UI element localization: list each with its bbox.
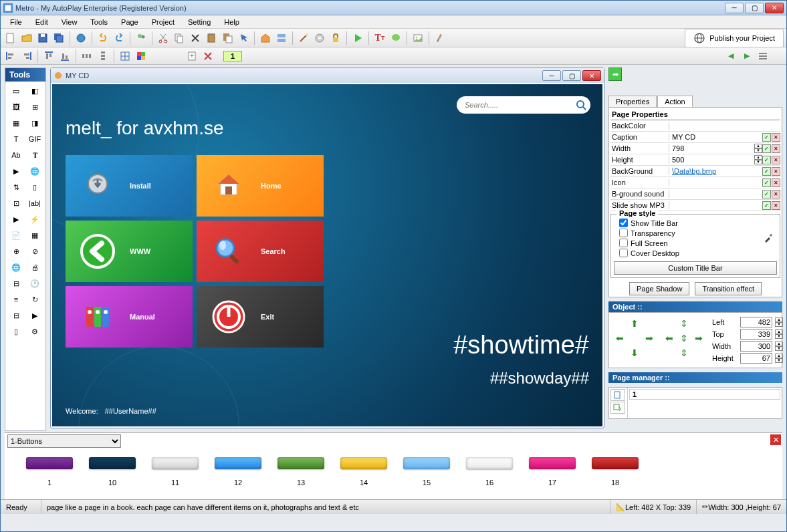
maximize-button[interactable]: ▢ bbox=[745, 3, 764, 13]
paste-special-icon[interactable] bbox=[220, 31, 235, 45]
tool-item-13[interactable]: ▯ bbox=[26, 180, 43, 194]
users-icon[interactable] bbox=[134, 31, 148, 45]
obj-top-input[interactable] bbox=[740, 329, 772, 340]
minimize-button[interactable]: ─ bbox=[725, 3, 744, 13]
tool-item-7[interactable]: GIF bbox=[26, 132, 43, 146]
tool-item-11[interactable]: 🌐 bbox=[26, 164, 43, 178]
check-cover-desktop[interactable]: Cover Desktop bbox=[619, 249, 777, 257]
resize-h-right-icon[interactable]: ➡ bbox=[692, 331, 705, 345]
align-right-icon[interactable] bbox=[19, 49, 34, 63]
inner-minimize-button[interactable]: ─ bbox=[542, 70, 561, 81]
nudge-up-icon[interactable]: ⬆ bbox=[628, 317, 641, 330]
prop-row-caption[interactable]: CaptionMY CD✓✕ bbox=[610, 132, 780, 143]
menu-help[interactable]: Help bbox=[219, 17, 245, 27]
prop-row-b-ground-sound[interactable]: B-ground sound✓✕ bbox=[610, 188, 780, 200]
cut-icon[interactable] bbox=[156, 31, 171, 45]
tool-item-17[interactable]: ⚡ bbox=[26, 212, 43, 227]
resize-all-icon[interactable]: ⇕ bbox=[677, 331, 691, 345]
check-show-title-bar[interactable]: Show Title Bar bbox=[619, 219, 777, 227]
tool-item-0[interactable]: ▭ bbox=[7, 84, 25, 98]
menu-page[interactable]: Page bbox=[116, 17, 144, 27]
dist-h-icon[interactable] bbox=[80, 49, 94, 63]
page-canvas[interactable]: melt_ for avxhm.se InstallHomeWWWSearchM… bbox=[52, 84, 602, 426]
gallery-item-16[interactable]: 16 bbox=[458, 457, 521, 487]
menu-project[interactable]: Project bbox=[146, 17, 180, 27]
tool-item-19[interactable]: ▦ bbox=[26, 228, 43, 243]
search-box[interactable] bbox=[457, 96, 590, 114]
text-format-icon[interactable]: TT bbox=[372, 31, 387, 45]
brush-icon[interactable] bbox=[433, 31, 447, 45]
prev-page-icon[interactable]: ◀ bbox=[723, 49, 738, 63]
prop-row-backcolor[interactable]: BackColor bbox=[610, 120, 780, 132]
gallery-item-14[interactable]: 14 bbox=[332, 457, 395, 487]
check-full-screen[interactable]: Full Screen bbox=[619, 239, 777, 247]
eyedropper-icon[interactable] bbox=[761, 231, 776, 245]
pm-dup-icon[interactable] bbox=[610, 402, 625, 414]
tool-item-15[interactable]: |ab| bbox=[26, 196, 43, 211]
tool-item-4[interactable]: ▦ bbox=[7, 116, 25, 130]
grid-icon[interactable] bbox=[118, 49, 132, 63]
menu-view[interactable]: View bbox=[56, 17, 83, 27]
tool-item-18[interactable]: 📄 bbox=[7, 228, 25, 243]
gallery-item-17[interactable]: 17 bbox=[521, 457, 584, 487]
gallery-item-13[interactable]: 13 bbox=[269, 457, 332, 487]
page-indicator[interactable]: 1 bbox=[223, 51, 242, 61]
prop-row-width[interactable]: Width798▲▼✓✕ bbox=[610, 143, 780, 154]
tool-item-14[interactable]: ⊡ bbox=[7, 196, 25, 211]
open-icon[interactable] bbox=[19, 31, 34, 45]
globe-icon[interactable] bbox=[74, 31, 88, 45]
prop-row-height[interactable]: Height500▲▼✓✕ bbox=[610, 154, 780, 166]
picture-icon[interactable] bbox=[411, 31, 425, 45]
tool-item-8[interactable]: Ab bbox=[7, 148, 25, 162]
tile-www[interactable]: WWW bbox=[66, 221, 193, 282]
resize-v-icon[interactable]: ⇕ bbox=[677, 317, 691, 330]
tool-item-1[interactable]: ◧ bbox=[26, 84, 43, 98]
tool-item-25[interactable]: 🕐 bbox=[26, 276, 43, 291]
tile-install[interactable]: Install bbox=[66, 155, 193, 217]
tab-action[interactable]: Action bbox=[657, 96, 693, 107]
showtime-text[interactable]: #showtime# bbox=[453, 331, 589, 360]
menu-tools[interactable]: Tools bbox=[85, 17, 113, 27]
disc-icon[interactable] bbox=[312, 31, 327, 45]
welcome-text[interactable]: Welcome: ##UserName## bbox=[66, 406, 156, 416]
chat-icon[interactable] bbox=[388, 31, 403, 45]
page-shadow-button[interactable]: Page Shadow bbox=[629, 282, 690, 295]
obj-left-input[interactable] bbox=[740, 317, 772, 327]
gallery-item-12[interactable]: 12 bbox=[207, 457, 269, 487]
pm-add-icon[interactable] bbox=[610, 389, 625, 401]
home-icon[interactable] bbox=[258, 31, 273, 45]
tab-properties[interactable]: Properties bbox=[608, 96, 657, 107]
gallery-item-18[interactable]: 18 bbox=[584, 457, 647, 487]
menu-setting[interactable]: Setting bbox=[183, 17, 216, 27]
tool-item-9[interactable]: 𝐓 bbox=[26, 148, 43, 162]
resize-v2-icon[interactable]: ⇕ bbox=[677, 346, 691, 360]
next-page-icon[interactable]: ▶ bbox=[740, 49, 754, 63]
tool-item-5[interactable]: ◨ bbox=[26, 116, 43, 130]
remove-page-icon[interactable] bbox=[201, 49, 215, 63]
tool-item-21[interactable]: ⊘ bbox=[26, 244, 43, 259]
grid-color-icon[interactable] bbox=[134, 49, 148, 63]
tile-search[interactable]: Search bbox=[197, 221, 324, 282]
prop-row-icon[interactable]: Icon✓✕ bbox=[610, 177, 780, 188]
lock-icon[interactable] bbox=[328, 31, 343, 45]
align-bottom-icon[interactable] bbox=[58, 49, 72, 63]
gallery-item-1[interactable]: 1 bbox=[18, 457, 81, 487]
tool-item-16[interactable]: ▶ bbox=[7, 212, 25, 227]
gallery-item-15[interactable]: 15 bbox=[395, 457, 458, 487]
tool-item-26[interactable]: ≡ bbox=[7, 292, 25, 307]
tool-item-29[interactable]: ▶ bbox=[26, 308, 43, 323]
tool-item-24[interactable]: ⊟ bbox=[7, 276, 25, 291]
gallery-close-icon[interactable]: ✕ bbox=[770, 434, 781, 445]
tool-item-28[interactable]: ⊟ bbox=[7, 308, 25, 323]
obj-height-input[interactable] bbox=[740, 353, 772, 364]
dist-v-icon[interactable] bbox=[96, 49, 110, 63]
tool-item-10[interactable]: ▶ bbox=[7, 164, 25, 178]
tool-item-6[interactable]: T bbox=[7, 132, 25, 146]
split-icon[interactable] bbox=[274, 31, 289, 45]
inner-maximize-button[interactable]: ▢ bbox=[562, 70, 581, 81]
tile-exit[interactable]: Exit bbox=[197, 286, 324, 348]
tool-item-23[interactable]: 🖨 bbox=[26, 260, 43, 275]
pointer-icon[interactable] bbox=[236, 31, 251, 45]
menu-edit[interactable]: Edit bbox=[30, 17, 53, 27]
play-icon[interactable] bbox=[350, 31, 365, 45]
